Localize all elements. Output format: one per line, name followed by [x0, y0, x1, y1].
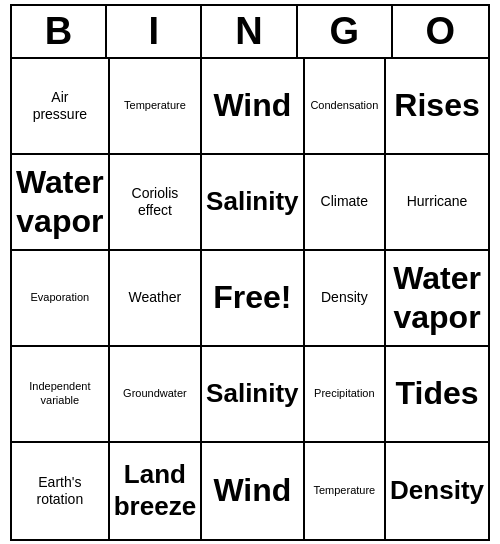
bingo-cell-text-9: Hurricane	[407, 193, 468, 210]
bingo-cell-text-16: Groundwater	[123, 387, 187, 400]
header-letter-n: N	[202, 6, 297, 57]
bingo-cell-text-8: Climate	[321, 193, 368, 210]
bingo-cell-16: Groundwater	[110, 347, 202, 443]
bingo-cell-text-19: Tides	[396, 374, 479, 412]
bingo-cell-1: Temperature	[110, 59, 202, 155]
bingo-cell-text-0: Airpressure	[33, 89, 87, 123]
bingo-cell-text-3: Condensation	[310, 99, 378, 112]
bingo-cell-19: Tides	[386, 347, 488, 443]
bingo-cell-11: Weather	[110, 251, 202, 347]
bingo-cell-6: Corioliseffect	[110, 155, 202, 251]
bingo-cell-7: Salinity	[202, 155, 304, 251]
bingo-cell-text-4: Rises	[394, 86, 479, 124]
bingo-cell-22: Wind	[202, 443, 304, 539]
bingo-card: BINGO AirpressureTemperatureWindCondensa…	[10, 4, 490, 541]
bingo-cell-9: Hurricane	[386, 155, 488, 251]
bingo-cell-text-21: Landbreeze	[114, 459, 196, 521]
bingo-cell-18: Precipitation	[305, 347, 386, 443]
bingo-cell-4: Rises	[386, 59, 488, 155]
bingo-cell-text-6: Corioliseffect	[132, 185, 179, 219]
bingo-cell-text-20: Earth'srotation	[37, 474, 84, 508]
bingo-cell-text-12: Free!	[213, 278, 291, 316]
bingo-cell-15: Independentvariable	[12, 347, 110, 443]
bingo-cell-text-7: Salinity	[206, 186, 298, 217]
bingo-header: BINGO	[12, 6, 488, 59]
bingo-cell-text-23: Temperature	[313, 484, 375, 497]
bingo-cell-20: Earth'srotation	[12, 443, 110, 539]
header-letter-i: I	[107, 6, 202, 57]
bingo-cell-5: Watervapor	[12, 155, 110, 251]
bingo-cell-text-1: Temperature	[124, 99, 186, 112]
bingo-cell-14: Watervapor	[386, 251, 488, 347]
bingo-cell-24: Density	[386, 443, 488, 539]
bingo-cell-text-14: Watervapor	[393, 259, 481, 336]
header-letter-o: O	[393, 6, 488, 57]
bingo-cell-text-13: Density	[321, 289, 368, 306]
bingo-cell-text-2: Wind	[213, 86, 291, 124]
bingo-cell-text-18: Precipitation	[314, 387, 375, 400]
bingo-cell-text-11: Weather	[129, 289, 182, 306]
bingo-cell-10: Evaporation	[12, 251, 110, 347]
bingo-cell-23: Temperature	[305, 443, 386, 539]
bingo-cell-21: Landbreeze	[110, 443, 202, 539]
bingo-cell-2: Wind	[202, 59, 304, 155]
bingo-cell-13: Density	[305, 251, 386, 347]
header-letter-b: B	[12, 6, 107, 57]
bingo-cell-text-22: Wind	[213, 471, 291, 509]
bingo-cell-text-10: Evaporation	[31, 291, 90, 304]
bingo-cell-text-15: Independentvariable	[29, 380, 90, 406]
bingo-cell-17: Salinity	[202, 347, 304, 443]
header-letter-g: G	[298, 6, 393, 57]
bingo-cell-12: Free!	[202, 251, 304, 347]
bingo-cell-0: Airpressure	[12, 59, 110, 155]
bingo-cell-text-5: Watervapor	[16, 163, 104, 240]
bingo-cell-3: Condensation	[305, 59, 386, 155]
bingo-grid: AirpressureTemperatureWindCondensationRi…	[12, 59, 488, 539]
bingo-cell-text-17: Salinity	[206, 378, 298, 409]
bingo-cell-8: Climate	[305, 155, 386, 251]
bingo-cell-text-24: Density	[390, 475, 484, 506]
